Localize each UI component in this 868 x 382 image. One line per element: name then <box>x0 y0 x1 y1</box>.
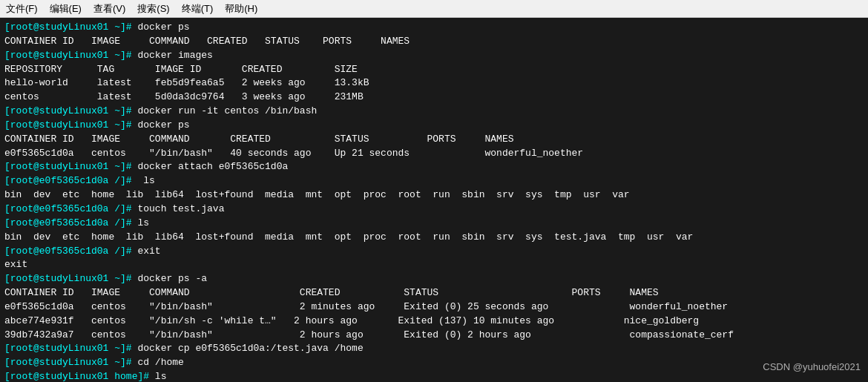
terminal-line: CONTAINER ID IMAGE COMMAND CREATED STATU… <box>4 133 864 147</box>
menu-item[interactable]: 终端(T) <box>182 2 214 16</box>
terminal-line: [root@studyLinux01 ~]# docker images <box>4 49 864 63</box>
terminal-line: hello-world latest feb5d9fea6a5 2 weeks … <box>4 76 864 90</box>
terminal-line: bin dev etc home lib lib64 lost+found me… <box>4 231 864 245</box>
terminal-line: [root@e0f5365c1d0a /]# ls <box>4 217 864 231</box>
menu-item[interactable]: 搜索(S) <box>137 2 169 16</box>
terminal-line: [root@e0f5365c1d0a /]# ls <box>4 174 864 188</box>
menu-item[interactable]: 查看(V) <box>93 2 125 16</box>
terminal-line: e0f5365c1d0a centos "/bin/bash" 40 secon… <box>4 147 864 161</box>
terminal-line: [root@studyLinux01 ~]# docker run -it ce… <box>4 105 864 119</box>
terminal-line: exit <box>4 258 864 272</box>
watermark: CSDN @yuhuofei2021 <box>763 360 861 375</box>
terminal-line: [root@e0f5365c1d0a /]# touch test.java <box>4 202 864 217</box>
terminal-line: bin dev etc home lib lib64 lost+found me… <box>4 188 864 202</box>
terminal-line: [root@studyLinux01 ~]# docker ps -a <box>4 272 864 286</box>
terminal-line: [root@studyLinux01 ~]# docker cp e0f5365… <box>4 342 864 356</box>
terminal: [root@studyLinux01 ~]# docker psCONTAINE… <box>0 18 868 382</box>
terminal-line: [root@studyLinux01 home]# ls <box>4 370 864 382</box>
terminal-line: [root@studyLinux01 ~]# docker ps <box>4 119 864 133</box>
menu-item[interactable]: 文件(F) <box>6 2 38 16</box>
terminal-line: centos latest 5d0da3dc9764 3 weeks ago 2… <box>4 90 864 105</box>
terminal-line: 39db7432a9a7 centos "/bin/bash" 2 hours … <box>4 329 864 343</box>
terminal-line: [root@studyLinux01 ~]# cd /home <box>4 356 864 370</box>
terminal-line: abce774e931f centos "/bin/sh -c 'while t… <box>4 315 864 329</box>
terminal-line: REPOSITORY TAG IMAGE ID CREATED SIZE <box>4 63 864 77</box>
terminal-line: CONTAINER ID IMAGE COMMAND CREATED STATU… <box>4 286 864 300</box>
menu-item[interactable]: 帮助(H) <box>225 2 257 16</box>
terminal-line: CONTAINER ID IMAGE COMMAND CREATED STATU… <box>4 35 864 49</box>
terminal-line: [root@e0f5365c1d0a /]# exit <box>4 245 864 259</box>
terminal-line: [root@studyLinux01 ~]# docker ps <box>4 21 864 35</box>
menubar: 文件(F)编辑(E)查看(V)搜索(S)终端(T)帮助(H) <box>0 0 868 18</box>
terminal-line: e0f5365c1d0a centos "/bin/bash" 2 minute… <box>4 300 864 315</box>
menu-item[interactable]: 编辑(E) <box>50 2 82 16</box>
terminal-line: [root@studyLinux01 ~]# docker attach e0f… <box>4 160 864 174</box>
